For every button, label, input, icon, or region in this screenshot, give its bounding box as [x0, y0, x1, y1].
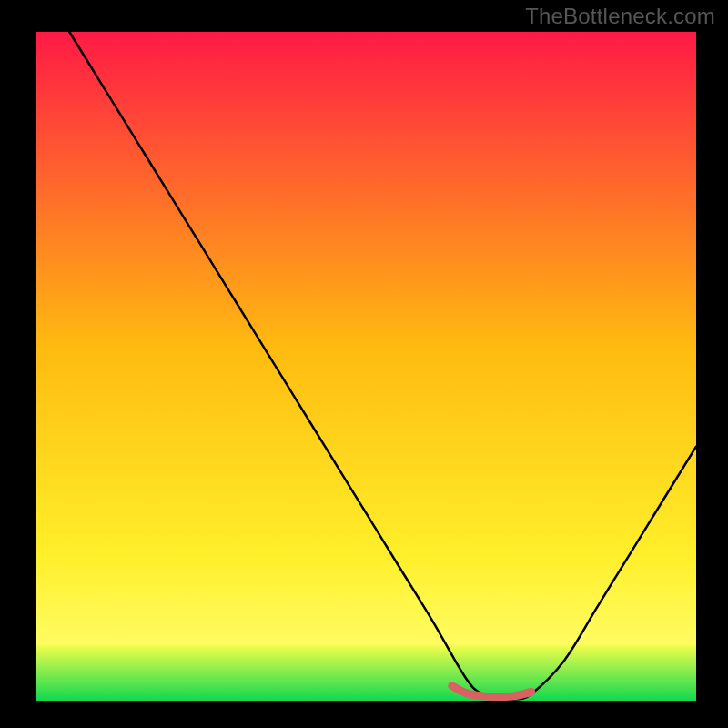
bottleneck-chart [0, 0, 728, 728]
plot-area [36, 32, 696, 701]
watermark-text: TheBottleneck.com [525, 4, 715, 29]
chart-wrapper: TheBottleneck.com [0, 0, 728, 728]
